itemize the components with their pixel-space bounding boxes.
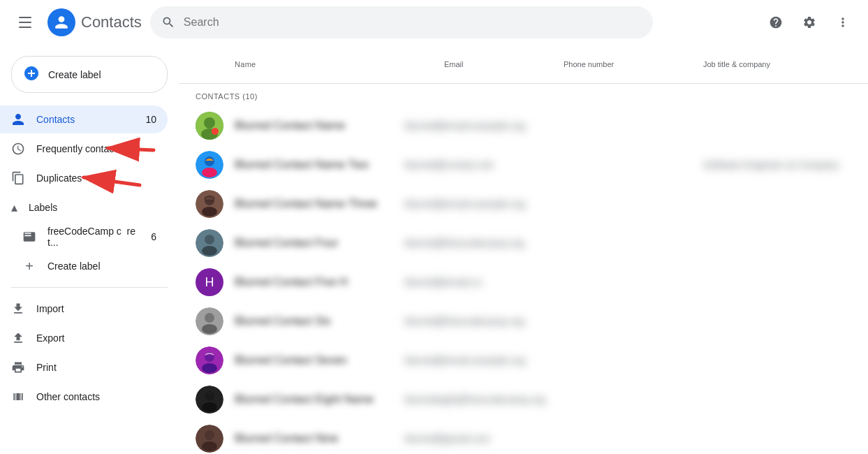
svg-point-11 [205, 235, 214, 244]
table-row[interactable]: Blurred Contact Name Two blurred@contact… [179, 145, 868, 184]
search-input[interactable] [184, 16, 642, 29]
app-logo [47, 8, 75, 36]
svg-point-18 [202, 363, 217, 373]
table-row[interactable]: H Blurred Contact Five H blurred@email.c… [179, 263, 868, 302]
contacts-badge: 10 [145, 114, 156, 125]
contact-name: Blurred Contact Name Two [235, 159, 405, 171]
col-header-phone: Phone number [564, 60, 703, 68]
sidebar-item-print[interactable]: Print [0, 353, 168, 381]
content-area: Name Email Phone number Job title & comp… [179, 45, 868, 454]
freeCodeCamp-label: freeCodeCamp c re t... [47, 226, 140, 248]
contact-email: blurredeight@freecodecamp.org [405, 394, 564, 405]
label-icon [22, 230, 36, 244]
topbar-actions [762, 8, 857, 36]
hamburger-icon [19, 17, 31, 28]
sidebar-item-contacts[interactable]: Contacts 10 [0, 105, 168, 133]
contact-name: Blurred Contact Four [235, 237, 405, 249]
contacts-count: CONTACTS (10) [179, 84, 868, 106]
contact-name: Blurred Contact Five H [235, 276, 405, 288]
contact-email: blurred@freecodecamp.org [405, 316, 564, 327]
plus-icon [23, 65, 40, 84]
svg-point-15 [202, 324, 217, 334]
other-contacts-label: Other contacts [36, 391, 156, 402]
contact-email: blurred@gmail.com [405, 433, 564, 444]
other-contacts-icon [11, 390, 25, 404]
settings-button[interactable] [795, 8, 823, 36]
sidebar-divider [11, 287, 168, 288]
svg-point-14 [205, 313, 214, 323]
contact-name: Blurred Contact Nine [235, 432, 405, 445]
more-options-button[interactable] [829, 8, 857, 36]
contact-job: Software Engineer at Company [703, 159, 857, 170]
duplicates-label: Duplicates [36, 173, 156, 184]
contact-email: blurred@contact.net [405, 159, 564, 170]
contact-name: Blurred Contact Eight Name [235, 393, 405, 406]
settings-icon [802, 15, 816, 29]
table-row[interactable]: Blurred Contact Name blurred@email.examp… [179, 106, 868, 145]
sidebar-item-export[interactable]: Export [0, 324, 168, 352]
export-icon [11, 331, 25, 345]
chevron-up-icon: ▴ [11, 200, 17, 215]
create-contact-label: Create label [48, 69, 101, 80]
search-icon [161, 15, 175, 29]
contact-name: Blurred Contact Name [235, 119, 405, 132]
contacts-label: Contacts [36, 114, 134, 125]
table-row[interactable]: Blurred Contact Nine blurred@gmail.com [179, 419, 868, 454]
help-button[interactable] [762, 8, 790, 36]
logo-area: Contacts [47, 8, 142, 36]
sidebar-item-freeCodeCamp[interactable]: freeCodeCamp c re t... 6 [0, 223, 168, 251]
svg-point-3 [212, 128, 219, 135]
print-icon [11, 360, 25, 374]
svg-point-5 [205, 156, 214, 166]
frequently-contacted-label: Frequently contacted [36, 143, 156, 154]
sidebar-item-import[interactable]: Import [0, 295, 168, 323]
main-layout: Create label Contacts 10 Frequently cont… [0, 45, 868, 454]
col-header-job: Job title & company [703, 60, 857, 68]
avatar [196, 229, 223, 257]
avatar [196, 346, 223, 374]
hamburger-button[interactable] [11, 8, 39, 36]
more-vertical-icon [836, 15, 850, 29]
freeCodeCamp-badge: 6 [151, 231, 156, 242]
table-row[interactable]: Blurred Contact Six blurred@freecodecamp… [179, 302, 868, 341]
col-header-email: Email [444, 60, 564, 68]
col-header-name: Name [235, 60, 444, 68]
svg-point-12 [202, 246, 217, 256]
sidebar: Create label Contacts 10 Frequently cont… [0, 45, 179, 454]
svg-point-1 [204, 117, 215, 129]
avatar [196, 112, 223, 140]
sidebar-item-other-contacts[interactable]: Other contacts [0, 383, 168, 411]
table-row[interactable]: Blurred Contact Four blurred@freecodecam… [179, 224, 868, 263]
labels-section-header[interactable]: ▴ Labels [0, 193, 168, 221]
person-icon [11, 112, 25, 126]
svg-point-9 [202, 207, 217, 217]
clock-icon [11, 142, 25, 156]
labels-header-label: Labels [29, 202, 57, 213]
export-label: Export [36, 332, 156, 344]
app-title: Contacts [81, 13, 142, 31]
avatar [196, 386, 223, 413]
avatar: H [196, 268, 223, 296]
svg-point-24 [202, 441, 217, 451]
print-label: Print [36, 362, 156, 373]
sidebar-item-duplicates[interactable]: Duplicates [0, 164, 168, 192]
svg-point-6 [202, 168, 217, 177]
help-icon [769, 15, 783, 29]
contact-email: blurred@email.example.org [405, 355, 564, 366]
avatar [196, 307, 223, 335]
table-row[interactable]: Blurred Contact Seven blurred@email.exam… [179, 341, 868, 380]
contact-email: blurred@email.example.org [405, 120, 564, 131]
contact-name: Blurred Contact Name Three [235, 198, 405, 210]
create-label-label: Create label [47, 261, 156, 272]
contact-email: blurred@email.example.org [405, 198, 564, 210]
svg-point-23 [205, 430, 214, 440]
sidebar-item-create-label[interactable]: + Create label [0, 252, 168, 280]
table-row[interactable]: Blurred Contact Name Three blurred@email… [179, 184, 868, 224]
sidebar-item-frequently-contacted[interactable]: Frequently contacted [0, 135, 168, 163]
topbar: Contacts [0, 0, 868, 45]
search-bar[interactable] [150, 6, 653, 38]
copy-icon [11, 171, 25, 185]
create-contact-button[interactable]: Create label [11, 56, 168, 93]
contact-name: Blurred Contact Seven [235, 354, 405, 367]
table-row[interactable]: Blurred Contact Eight Name blurredeight@… [179, 380, 868, 419]
